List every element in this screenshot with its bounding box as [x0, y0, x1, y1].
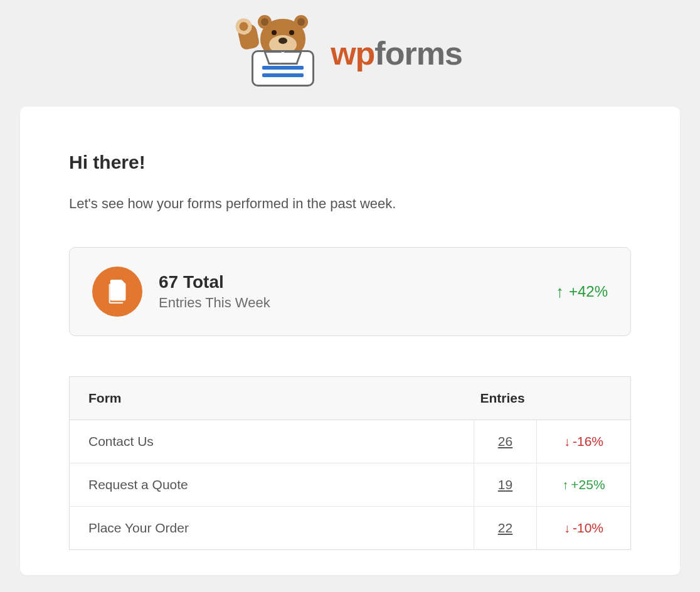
- col-header-form: Form: [70, 377, 474, 420]
- entry-delta: ↓-16%: [537, 420, 631, 463]
- wpforms-logo: wpforms: [238, 19, 462, 88]
- bear-mascot-icon: [238, 19, 319, 88]
- entry-delta: ↑+25%: [537, 463, 631, 507]
- form-name: Contact Us: [70, 420, 474, 463]
- table-row: Place Your Order22↓-10%: [70, 507, 631, 550]
- summary-trend: ↑ +42%: [556, 283, 608, 300]
- summary-subtitle: Entries This Week: [159, 295, 270, 311]
- arrow-up-icon: ↑: [562, 478, 568, 492]
- col-header-entries: Entries: [474, 377, 631, 420]
- entry-count-cell: 26: [474, 420, 537, 463]
- entry-delta: ↓-10%: [537, 507, 631, 550]
- entry-delta-value: -10%: [573, 521, 603, 535]
- entry-count-link[interactable]: 22: [498, 521, 512, 535]
- table-row: Request a Quote19↑+25%: [70, 463, 631, 507]
- entries-icon: [92, 267, 142, 317]
- form-name: Place Your Order: [70, 507, 474, 550]
- entry-count-link[interactable]: 19: [498, 477, 512, 492]
- entry-delta-value: -16%: [573, 434, 603, 448]
- entry-count-cell: 22: [474, 507, 537, 550]
- summary-total: 67 Total: [159, 272, 270, 292]
- arrow-down-icon: ↓: [564, 521, 570, 535]
- wpforms-wordmark: wpforms: [331, 34, 462, 72]
- summary-box: 67 Total Entries This Week ↑ +42%: [69, 247, 631, 336]
- arrow-up-icon: ↑: [556, 283, 564, 300]
- report-card: Hi there! Let's see how your forms perfo…: [20, 107, 680, 575]
- arrow-down-icon: ↓: [564, 435, 570, 448]
- logo-text-forms: forms: [374, 35, 462, 71]
- logo-text-wp: wp: [331, 35, 374, 71]
- form-name: Request a Quote: [70, 463, 474, 507]
- brand-header: wpforms: [20, 0, 680, 107]
- entry-count-cell: 19: [474, 463, 537, 507]
- greeting-heading: Hi there!: [69, 152, 631, 173]
- forms-table: Form Entries Contact Us26↓-16%Request a …: [69, 376, 631, 550]
- entry-delta-value: +25%: [571, 477, 605, 492]
- intro-text: Let's see how your forms performed in th…: [69, 196, 631, 212]
- summary-trend-value: +42%: [569, 283, 608, 300]
- table-row: Contact Us26↓-16%: [70, 420, 631, 463]
- entry-count-link[interactable]: 26: [498, 434, 512, 448]
